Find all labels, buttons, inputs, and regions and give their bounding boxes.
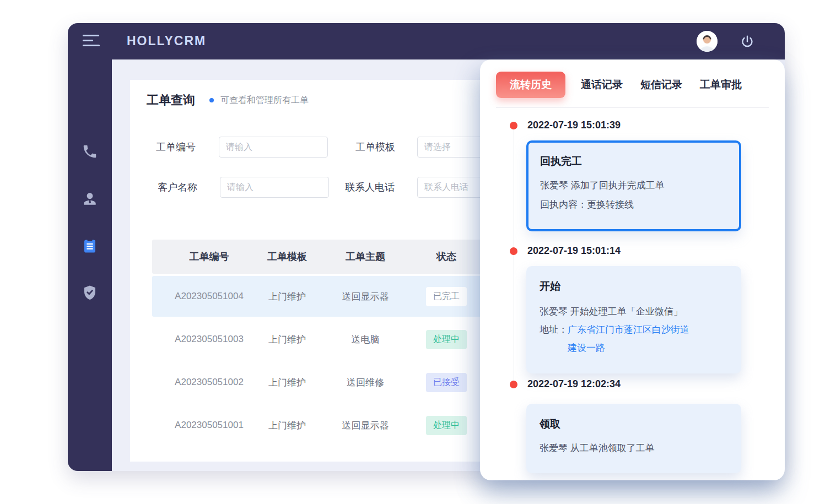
timeline-dot-icon: [510, 247, 517, 255]
tab-flow-history[interactable]: 流转历史: [496, 72, 565, 98]
timeline-timestamp: 2022-07-19 15:01:14: [527, 245, 621, 257]
timeline-card-title: 领取: [540, 417, 728, 431]
brand-logo: HOLLYCRM: [127, 34, 206, 48]
top-navbar: HOLLYCRM: [68, 23, 785, 59]
status-badge: 处理中: [426, 330, 467, 349]
phone-icon[interactable]: [79, 140, 101, 162]
power-icon[interactable]: [740, 34, 755, 50]
timeline-card-receipt-complete[interactable]: 回执完工 张爱琴 添加了回执并完成工单 回执内容：更换转接线: [526, 140, 741, 231]
screen: HOLLYCRM: [0, 0, 836, 504]
tabs-divider: [496, 107, 769, 108]
tab-sms-records[interactable]: 短信记录: [638, 72, 684, 98]
col-subject: 工单主题: [320, 250, 411, 263]
timeline-timestamp: 2022-07-19 12:02:34: [527, 378, 621, 390]
table-row[interactable]: A202305051003 上门维护 送电脑 处理中: [152, 319, 495, 360]
subtitle-dot-icon: [209, 98, 214, 102]
filter-label-customer: 客户名称: [158, 181, 197, 194]
tab-call-records[interactable]: 通话记录: [579, 72, 625, 98]
order-no-input[interactable]: [219, 137, 328, 158]
timeline-address: 地址： 广东省江门市蓬江区白沙街道 建设一路: [540, 321, 728, 357]
timeline-card-start[interactable]: 开始 张爱琴 开始处理工单「企业微信」 地址： 广东省江门市蓬江区白沙街道 建设…: [526, 266, 741, 373]
timeline-card-line: 张爱琴 添加了回执并完成工单: [540, 176, 727, 195]
table-row[interactable]: A202305051002 上门维护 送回维修 已接受: [152, 362, 495, 403]
cell-template: 上门维护: [254, 333, 320, 346]
detail-tabs: 流转历史 通话记录 短信记录 工单审批: [496, 72, 744, 98]
timeline-line: [514, 126, 514, 384]
cell-subject: 送回显示器: [320, 419, 411, 432]
cell-order-id: A202305051001: [164, 420, 254, 431]
col-order-no: 工单编号: [164, 250, 254, 263]
left-sidebar: [68, 59, 112, 471]
workorder-detail-panel: 流转历史 通话记录 短信记录 工单审批 2022-07-19 15:01:39 …: [480, 59, 785, 480]
timeline-card-title: 开始: [540, 279, 728, 294]
cell-template: 上门维护: [254, 419, 320, 432]
cell-order-id: A202305051003: [164, 334, 254, 345]
menu-icon[interactable]: [83, 35, 100, 48]
tab-approval[interactable]: 工单审批: [698, 72, 744, 98]
workorder-table: 工单编号 工单模板 工单主题 状态 A202305051004 上门维护 送回显…: [152, 240, 495, 446]
filter-label-template: 工单模板: [355, 140, 395, 154]
col-status: 状态: [411, 250, 482, 263]
address-link[interactable]: 广东省江门市蓬江区白沙街道 建设一路: [568, 321, 689, 357]
user-avatar[interactable]: [697, 31, 718, 52]
table-row[interactable]: A202305051004 上门维护 送回显示器 已完工: [152, 276, 495, 317]
address-line: 广东省江门市蓬江区白沙街道: [568, 324, 689, 335]
address-label: 地址：: [540, 321, 568, 357]
customer-icon[interactable]: [79, 188, 101, 210]
page-subtitle: 可查看和管理所有工单: [220, 95, 309, 106]
workorder-icon[interactable]: [79, 235, 101, 257]
filter-label-order-no: 工单编号: [156, 140, 196, 154]
col-template: 工单模板: [254, 250, 320, 263]
cell-subject: 送回显示器: [320, 290, 411, 303]
page-head: 工单查询 可查看和管理所有工单: [147, 92, 309, 109]
timeline-dot-icon: [510, 381, 517, 388]
avatar-photo: [697, 31, 718, 52]
page-title: 工单查询: [147, 92, 195, 109]
cell-subject: 送电脑: [320, 333, 411, 346]
table-header: 工单编号 工单模板 工单主题 状态: [152, 240, 495, 274]
cell-template: 上门维护: [254, 376, 320, 389]
status-badge: 已完工: [426, 287, 467, 306]
filter-label-contact-phone: 联系人电话: [345, 181, 395, 194]
customer-name-input[interactable]: [220, 177, 329, 198]
cell-order-id: A202305051002: [164, 377, 254, 388]
cell-template: 上门维护: [254, 290, 320, 303]
timeline-card-line: 回执内容：更换转接线: [540, 195, 727, 214]
timeline-timestamp: 2022-07-19 15:01:39: [527, 120, 621, 131]
table-row[interactable]: A202305051001 上门维护 送回显示器 处理中: [152, 405, 495, 446]
timeline-card-line: 张爱琴 从工单池领取了工单: [540, 440, 728, 457]
cell-order-id: A202305051004: [164, 291, 254, 302]
security-icon[interactable]: [79, 281, 101, 304]
timeline-card-line: 张爱琴 开始处理工单「企业微信」: [540, 302, 728, 321]
timeline-card-claim[interactable]: 领取 张爱琴 从工单池领取了工单: [526, 404, 741, 473]
cell-subject: 送回维修: [320, 376, 411, 389]
timeline-card-title: 回执完工: [540, 154, 727, 169]
status-badge: 已接受: [426, 373, 467, 392]
status-badge: 处理中: [426, 416, 467, 435]
timeline-dot-icon: [510, 122, 517, 129]
address-line: 建设一路: [568, 343, 605, 353]
